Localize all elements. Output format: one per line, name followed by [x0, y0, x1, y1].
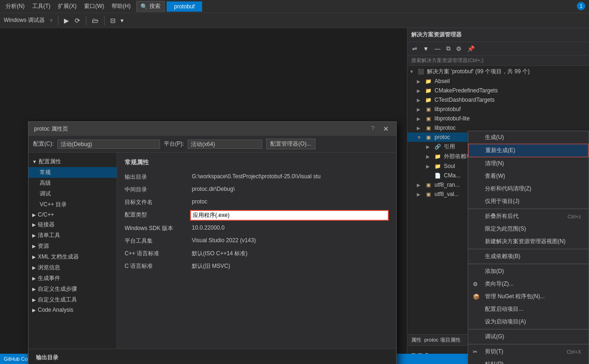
cm-clean[interactable]: 清理(N) [468, 157, 589, 170]
menu-search-box[interactable]: 🔍 搜索 [136, 1, 165, 12]
cm-new-view[interactable]: 新建解决方案资源管理器视图(N) [468, 235, 589, 248]
menu-tools[interactable]: 工具(T) [28, 0, 54, 12]
config-select[interactable]: 活动(Debug) [57, 140, 160, 149]
cm-nuget[interactable]: 📦 管理 NuGet 程序包(N)... [468, 290, 589, 303]
menu-window[interactable]: 窗口(W) [80, 0, 108, 12]
nav-manifest[interactable]: ▶ 清单工具 [28, 230, 117, 241]
se-toolbar: ⇌ ▼ — ⧉ ⚙ 📌 [407, 42, 589, 56]
main-area: protoc 属性页 ? ✕ 配置(C): 活动(Debug) 平台(P): 活… [0, 28, 589, 364]
nav-custom-tools[interactable]: ▶ 自定义生成工具 [28, 294, 117, 305]
nav-item-vc-dirs[interactable]: VC++ 目录 [28, 199, 117, 210]
prop-target-name: 目标文件名 protoc [125, 197, 389, 207]
cm-build-deps[interactable]: 生成依赖项(B) [468, 250, 589, 263]
properties-dialog: protoc 属性页 ? ✕ 配置(C): 活动(Debug) 平台(P): 活… [28, 121, 397, 364]
utf8-ran-arrow: ▶ [417, 182, 424, 188]
protoc-label: protoc [435, 134, 450, 140]
se-search-box[interactable]: 搜索解决方案资源管理器(Ctrl+;) [407, 56, 589, 66]
config-manager-btn[interactable]: 配置管理器(O)... [266, 139, 315, 149]
se-sync-btn[interactable]: ⇌ [410, 44, 419, 53]
dialog-close-btn[interactable]: ✕ [381, 125, 391, 133]
nav-browse[interactable]: ▶ 浏览信息 [28, 262, 117, 273]
desc-title: 输出目录 [36, 354, 389, 362]
menu-bar: 分析(N) 工具(T) 扩展(X) 窗口(W) 帮助(H) 🔍 搜索 proto… [0, 0, 589, 13]
nav-config-properties[interactable]: ▼ 配置属性 [28, 156, 117, 167]
cm-project-only[interactable]: 仅用于项目(J) [468, 195, 589, 208]
menu-analyze[interactable]: 分析(N) [2, 0, 28, 12]
dialog-title-buttons: ? ✕ [371, 125, 391, 133]
se-refresh-dropdown-btn[interactable]: ▼ [421, 44, 431, 53]
build-events-arrow-icon: ▶ [32, 276, 36, 281]
cm-paste-label: 粘贴(P) [485, 360, 504, 364]
prop-output-dir: 输出目录 G:\workspace\0.TestProject\protobuf… [125, 172, 389, 182]
se-new-view-btn[interactable]: ⧉ [444, 44, 452, 53]
nav-resource[interactable]: ▶ 资源 [28, 241, 117, 252]
cm-set-startup[interactable]: 设为启动项目(A) [468, 315, 589, 328]
toolbar-separator-2 [86, 16, 86, 25]
toolbar-folder-btn[interactable]: 🗁 [90, 16, 100, 25]
cm-add[interactable]: 添加(D) [468, 265, 589, 278]
prop-sdk-version: Windows SDK 版本 10.0.22000.0 [125, 224, 389, 233]
abseil-label: Abseil [435, 78, 450, 84]
custom-step-arrow-icon: ▶ [32, 287, 36, 292]
menu-extend[interactable]: 扩展(X) [54, 0, 80, 12]
protoc-arrow: ▼ [417, 135, 424, 140]
abseil-arrow: ▶ [417, 79, 424, 84]
soul-label: Soul [444, 163, 455, 169]
cm-rebuild[interactable]: 重新生成(E) [468, 144, 589, 157]
cm-build[interactable]: 生成(U) [468, 131, 589, 144]
prop-value-output: G:\workspace\0.TestProject\protobuf-25.0… [190, 172, 389, 181]
active-tab[interactable]: protobuf [167, 1, 202, 12]
toolbar-play-btn[interactable]: ▶ [62, 16, 71, 25]
se-item-libprotobuf-lite[interactable]: ▶ ▣ libprotobuf-lite [407, 114, 589, 123]
libprotoc-icon: ▣ [424, 124, 433, 132]
nav-cpp[interactable]: ▶ C/C++ [28, 210, 117, 219]
se-item-libprotobuf[interactable]: ▶ ▣ libprotobuf [407, 105, 589, 114]
nav-custom-build-step[interactable]: ▶ 自定义生成步骤 [28, 284, 117, 294]
nav-linker[interactable]: ▶ 链接器 [28, 219, 117, 230]
cm-scope[interactable]: 限定为此范围(S) [468, 223, 589, 235]
cm-cut[interactable]: ✂ 剪切(T) Ctrl+X [468, 345, 589, 358]
toolbar-restart-btn[interactable]: ⟳ [73, 16, 82, 25]
cm-analyze-clean[interactable]: 分析和代码清理(Z) [468, 182, 589, 195]
cm-startup[interactable]: 配置启动项目... [468, 303, 589, 315]
nav-item-general[interactable]: 常规 [28, 167, 117, 178]
dialog-content: 常规属性 输出目录 G:\workspace\0.TestProject\pro… [117, 153, 396, 349]
menu-help[interactable]: 帮助(H) [108, 0, 134, 12]
nav-build-events[interactable]: ▶ 生成事件 [28, 273, 117, 284]
cm-view-label: 查看(W) [485, 172, 505, 180]
platform-select[interactable]: 活动(x64) [188, 140, 262, 149]
nav-code-analysis[interactable]: ▶ Code Analysis [28, 305, 117, 315]
cm-debug[interactable]: 调试(G) [468, 330, 589, 343]
cpp-arrow-icon: ▶ [32, 212, 36, 217]
libprotoc-label: libprotoc [435, 125, 456, 131]
libprotobuf-arrow: ▶ [417, 107, 424, 112]
resource-arrow-icon: ▶ [32, 244, 36, 249]
cm-separator-2 [468, 249, 589, 249]
prop-value-sdk: 10.0.22000.0 [190, 224, 389, 232]
nav-code-analysis-label: Code Analysis [38, 307, 73, 313]
se-solution-root[interactable]: ▼ ⬛ 解决方案 'protobuf' (99 个项目，共 99 个) [407, 67, 589, 77]
se-settings-btn[interactable]: ⚙ [454, 44, 463, 53]
se-pin-btn[interactable]: 📌 [465, 44, 477, 53]
cm-paste[interactable]: 粘贴(P) [468, 358, 589, 364]
nav-xml-doc[interactable]: ▶ XML 文档生成器 [28, 252, 117, 262]
se-collapse-btn[interactable]: — [433, 44, 442, 53]
cm-class-wizard[interactable]: ⚙ 类向导(Z)... [468, 278, 589, 290]
references-icon: 🔗 [434, 143, 442, 151]
se-item-abseil[interactable]: ▶ 📁 Abseil [407, 77, 589, 86]
search-label: 搜索 [149, 2, 161, 10]
config-arrow-icon: ▼ [32, 159, 37, 164]
cm-view[interactable]: 查看(W) [468, 170, 589, 182]
nav-custom-step-label: 自定义生成步骤 [38, 285, 77, 293]
search-icon: 🔍 [140, 3, 147, 10]
se-item-ctest[interactable]: ▶ 📁 CTestDashboardTargets [407, 95, 589, 105]
nav-item-advanced[interactable]: 高级 [28, 178, 117, 189]
toolbar-extra-btn[interactable]: ⊟ [108, 16, 118, 25]
nav-config-label: 配置属性 [39, 158, 61, 166]
se-item-cmake-predefined[interactable]: ▶ 📁 CMakePredefinedTargets [407, 86, 589, 95]
utf8-ran-label: utf8_ran... [435, 182, 460, 188]
nav-item-debug[interactable]: 调试 [28, 189, 117, 199]
libprotobuf-icon: ▣ [424, 105, 433, 113]
cm-startup-label: 配置启动项目... [485, 305, 523, 313]
cm-collapse[interactable]: 折叠所有后代 Ctrl+z [468, 210, 589, 223]
